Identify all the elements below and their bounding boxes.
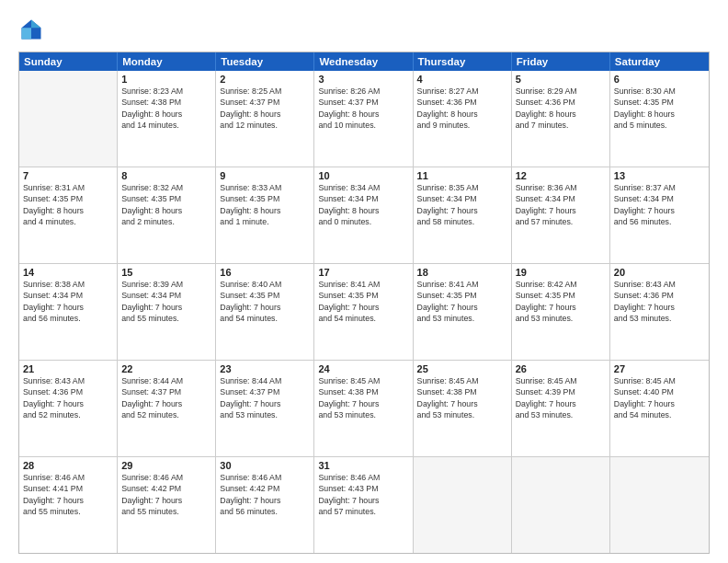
cell-line: Sunrise: 8:33 AM [220,182,310,193]
day-number: 4 [417,74,507,85]
calendar-cell: 1Sunrise: 8:23 AMSunset: 4:38 PMDaylight… [118,71,216,167]
cell-line: Sunset: 4:37 PM [220,97,310,108]
calendar-cell: 11Sunrise: 8:35 AMSunset: 4:34 PMDayligh… [414,167,512,263]
cell-line: Sunrise: 8:45 AM [614,375,705,386]
calendar-cell: 9Sunrise: 8:33 AMSunset: 4:35 PMDaylight… [216,167,314,263]
cell-line: and 4 minutes. [23,216,113,227]
calendar-body: 1Sunrise: 8:23 AMSunset: 4:38 PMDaylight… [19,71,709,553]
cell-line: Sunset: 4:37 PM [220,386,310,397]
cell-line: and 14 minutes. [121,120,211,131]
cell-line: Sunset: 4:36 PM [516,97,606,108]
cell-line: Sunrise: 8:27 AM [417,86,507,97]
calendar-cell: 15Sunrise: 8:39 AMSunset: 4:34 PMDayligh… [118,264,216,360]
svg-marker-2 [22,28,32,39]
cell-line: Sunset: 4:42 PM [121,483,211,494]
cell-line: Daylight: 7 hours [220,398,310,409]
calendar-cell: 13Sunrise: 8:37 AMSunset: 4:34 PMDayligh… [610,167,709,263]
calendar-cell: 22Sunrise: 8:44 AMSunset: 4:37 PMDayligh… [118,361,216,456]
calendar-cell: 5Sunrise: 8:29 AMSunset: 4:36 PMDaylight… [512,71,610,167]
calendar-cell: 23Sunrise: 8:44 AMSunset: 4:37 PMDayligh… [216,361,314,456]
cell-line: and 10 minutes. [318,120,408,131]
cell-line: Sunset: 4:34 PM [417,193,507,204]
calendar-cell: 4Sunrise: 8:27 AMSunset: 4:36 PMDaylight… [414,71,512,167]
day-number: 19 [516,267,606,278]
cell-line: Sunrise: 8:44 AM [220,375,310,386]
calendar-row-4: 21Sunrise: 8:43 AMSunset: 4:36 PMDayligh… [19,360,709,456]
cell-line: Sunset: 4:36 PM [23,386,113,397]
calendar-cell: 8Sunrise: 8:32 AMSunset: 4:35 PMDaylight… [118,167,216,263]
day-number: 25 [417,363,507,374]
cell-line: Sunrise: 8:43 AM [614,279,705,290]
cell-line: Daylight: 8 hours [318,205,408,216]
cell-line: Sunset: 4:43 PM [318,483,408,494]
cell-line: and 56 minutes. [23,313,113,324]
calendar-cell [414,457,512,553]
day-number: 3 [318,74,408,85]
cell-line: Sunset: 4:41 PM [23,483,113,494]
calendar: SundayMondayTuesdayWednesdayThursdayFrid… [18,52,710,554]
day-number: 2 [220,74,310,85]
cell-line: Sunrise: 8:23 AM [121,86,211,97]
cell-line: Sunrise: 8:45 AM [318,375,408,386]
calendar-cell: 12Sunrise: 8:36 AMSunset: 4:34 PMDayligh… [512,167,610,263]
cell-line: Daylight: 8 hours [220,205,310,216]
cell-line: and 53 minutes. [516,313,606,324]
cell-line: Daylight: 7 hours [121,398,211,409]
calendar-header-saturday: Saturday [610,52,709,71]
cell-line: Sunrise: 8:32 AM [121,182,211,193]
calendar-cell: 3Sunrise: 8:26 AMSunset: 4:37 PMDaylight… [314,71,413,167]
cell-line: and 53 minutes. [614,313,705,324]
cell-line: Daylight: 8 hours [121,205,211,216]
day-number: 14 [23,267,113,278]
day-number: 20 [614,267,705,278]
cell-line: Daylight: 8 hours [121,109,211,120]
calendar-cell: 28Sunrise: 8:46 AMSunset: 4:41 PMDayligh… [19,457,118,553]
cell-line: Sunset: 4:34 PM [516,193,606,204]
cell-line: Sunset: 4:36 PM [417,97,507,108]
cell-line: Daylight: 7 hours [417,205,507,216]
calendar-cell: 19Sunrise: 8:42 AMSunset: 4:35 PMDayligh… [512,264,610,360]
svg-marker-1 [31,20,41,29]
day-number: 11 [417,170,507,181]
cell-line: and 9 minutes. [417,120,507,131]
day-number: 12 [516,170,606,181]
calendar-cell: 26Sunrise: 8:45 AMSunset: 4:39 PMDayligh… [512,361,610,456]
cell-line: and 52 minutes. [23,409,113,420]
cell-line: and 54 minutes. [318,313,408,324]
calendar-header-thursday: Thursday [414,52,512,71]
calendar-row-1: 1Sunrise: 8:23 AMSunset: 4:38 PMDaylight… [19,71,709,167]
cell-line: and 57 minutes. [318,506,408,517]
cell-line: Sunset: 4:35 PM [220,193,310,204]
cell-line: and 12 minutes. [220,120,310,131]
cell-line: and 54 minutes. [220,313,310,324]
cell-line: and 5 minutes. [614,120,705,131]
cell-line: Sunset: 4:37 PM [121,386,211,397]
cell-line: Daylight: 7 hours [516,398,606,409]
calendar-cell [19,71,118,167]
cell-line: and 55 minutes. [121,313,211,324]
day-number: 21 [23,363,113,374]
cell-line: Sunrise: 8:45 AM [516,375,606,386]
day-number: 24 [318,363,408,374]
calendar-cell: 24Sunrise: 8:45 AMSunset: 4:38 PMDayligh… [314,361,413,456]
day-number: 6 [614,74,705,85]
calendar-cell: 31Sunrise: 8:46 AMSunset: 4:43 PMDayligh… [314,457,413,553]
cell-line: and 58 minutes. [417,216,507,227]
header [18,17,710,42]
calendar-header-monday: Monday [118,52,216,71]
calendar-cell: 25Sunrise: 8:45 AMSunset: 4:38 PMDayligh… [414,361,512,456]
cell-line: Sunrise: 8:41 AM [417,279,507,290]
cell-line: Daylight: 7 hours [516,302,606,313]
cell-line: Daylight: 7 hours [614,205,705,216]
calendar-header-row: SundayMondayTuesdayWednesdayThursdayFrid… [19,52,709,71]
cell-line: Daylight: 7 hours [614,302,705,313]
day-number: 5 [516,74,606,85]
cell-line: Sunrise: 8:39 AM [121,279,211,290]
cell-line: Sunrise: 8:38 AM [23,279,113,290]
cell-line: Sunrise: 8:44 AM [121,375,211,386]
cell-line: Daylight: 7 hours [417,398,507,409]
calendar-header-tuesday: Tuesday [216,52,314,71]
day-number: 27 [614,363,705,374]
day-number: 30 [220,460,310,471]
day-number: 13 [614,170,705,181]
